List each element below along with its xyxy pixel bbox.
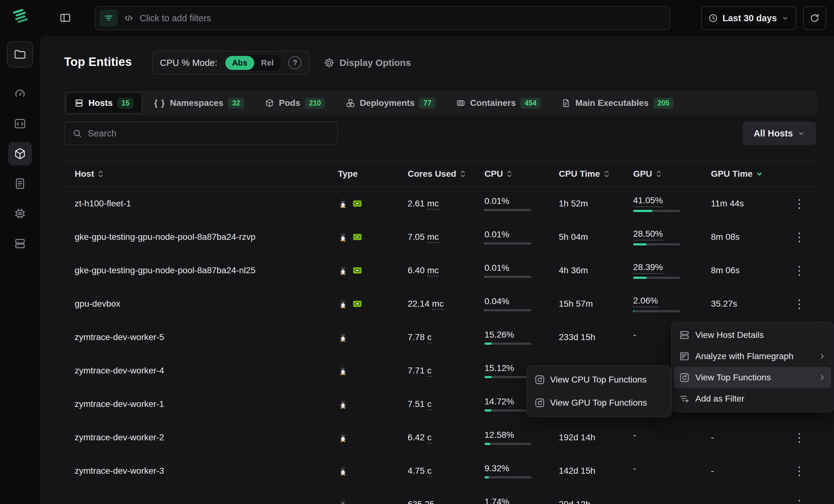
sort-icon bbox=[656, 170, 662, 178]
container-icon bbox=[456, 98, 465, 108]
linux-icon bbox=[338, 199, 348, 209]
tab-deployments[interactable]: Deployments 77 bbox=[337, 93, 444, 113]
tab-namespaces[interactable]: { } Namespaces 32 bbox=[146, 93, 253, 113]
tab-containers[interactable]: Containers 454 bbox=[447, 93, 549, 113]
row-actions-kebab[interactable]: ⋮ bbox=[792, 431, 806, 444]
host-name: zt-h100-fleet-1 bbox=[64, 199, 327, 209]
zymtrace-logo[interactable] bbox=[10, 6, 30, 26]
cpu-percent: 15.12% bbox=[484, 363, 514, 373]
cpu-cell: 0.04% bbox=[474, 297, 548, 311]
linux-icon bbox=[338, 232, 348, 242]
table-row[interactable]: 635.25 1.74% 20d 12h ⋮ bbox=[64, 488, 817, 504]
linux-icon bbox=[338, 299, 348, 309]
linux-icon bbox=[338, 332, 348, 342]
menu-item-add-as-filter[interactable]: Add as Filter bbox=[674, 388, 831, 409]
cores-unit[interactable]: c bbox=[427, 366, 432, 377]
cores-unit[interactable]: c bbox=[427, 466, 432, 477]
filter-icon[interactable] bbox=[100, 10, 118, 26]
column-header-host[interactable]: Host bbox=[64, 169, 327, 179]
cores-used-cell: 7.78c bbox=[397, 332, 474, 342]
column-header-cpu[interactable]: CPU bbox=[474, 169, 548, 179]
filter-bar[interactable] bbox=[95, 6, 670, 30]
cube-icon bbox=[14, 147, 26, 160]
cpu-cell: 9.32% bbox=[474, 463, 548, 478]
table-row[interactable]: gke-gpu-testing-gpu-node-pool-8a87ba24-r… bbox=[64, 220, 817, 254]
row-actions: ⋮ bbox=[780, 431, 817, 444]
sidebar-toggle-button[interactable] bbox=[59, 12, 71, 24]
entity-tabs: Hosts 15 { } Namespaces 32 Pods 210 Depl… bbox=[64, 91, 817, 115]
cores-unit[interactable]: c bbox=[427, 399, 432, 410]
tab-label: Namespaces bbox=[170, 98, 223, 108]
host-type-icons bbox=[327, 199, 397, 209]
cpu-percent: 15.26% bbox=[484, 330, 514, 340]
table-row[interactable]: gpu-devbox 22.14 bbox=[64, 287, 817, 321]
menu-item-view-host-details[interactable]: View Host Details bbox=[674, 325, 831, 346]
sidebar-item-reports[interactable] bbox=[8, 172, 32, 196]
cores-unit[interactable]: mc bbox=[427, 232, 439, 243]
gpu-percent: - bbox=[633, 430, 636, 440]
host-type-icons bbox=[327, 332, 397, 342]
row-actions: ⋮ bbox=[780, 464, 817, 478]
display-options-button[interactable]: Display Options bbox=[324, 51, 411, 74]
cpu-progress-bar bbox=[484, 276, 531, 278]
menu-item-analyze-with-flamegraph[interactable]: Analyze with Flamegraph bbox=[674, 346, 831, 367]
sidebar-item-storage[interactable] bbox=[8, 232, 32, 256]
row-actions-kebab[interactable]: ⋮ bbox=[792, 464, 806, 478]
tab-pods[interactable]: Pods 210 bbox=[257, 93, 334, 113]
host-type-icons bbox=[327, 433, 397, 442]
search-input[interactable] bbox=[88, 128, 330, 139]
cpu-mode-abs[interactable]: Abs bbox=[225, 56, 254, 70]
filter-input[interactable] bbox=[140, 13, 665, 23]
table-row[interactable]: gke-gpu-testing-gpu-node-pool-8a87ba24-n… bbox=[64, 254, 817, 287]
chevron-down-icon bbox=[781, 14, 789, 22]
cores-unit[interactable]: mc bbox=[427, 265, 439, 276]
column-header-cpu-time[interactable]: CPU Time bbox=[548, 169, 622, 179]
tab-label: Hosts bbox=[88, 98, 113, 108]
tab-label: Containers bbox=[470, 98, 516, 108]
cores-value: 7.78 bbox=[408, 332, 425, 342]
sidebar-item-top-entities[interactable] bbox=[8, 142, 32, 166]
cpu-cell: 0.01% bbox=[474, 263, 548, 278]
table-row[interactable]: zymtrace-dev-worker-3 bbox=[64, 454, 817, 488]
search-box[interactable] bbox=[64, 122, 338, 145]
chevron-right-icon bbox=[818, 373, 826, 381]
table-row[interactable]: zt-h100-fleet-1 bbox=[64, 187, 817, 220]
search-icon bbox=[72, 128, 82, 138]
sidebar-item-code-editor[interactable] bbox=[8, 112, 32, 135]
row-actions-kebab[interactable]: ⋮ bbox=[792, 197, 806, 211]
cores-unit[interactable]: mc bbox=[432, 299, 443, 310]
row-actions-kebab[interactable]: ⋮ bbox=[792, 297, 806, 311]
cpu-progress-bar bbox=[484, 443, 531, 445]
help-icon[interactable]: ? bbox=[288, 56, 302, 69]
column-header-gpu-time[interactable]: GPU Time bbox=[700, 169, 780, 179]
host-type-icons bbox=[327, 466, 397, 476]
time-range-selector[interactable]: Last 30 days bbox=[701, 6, 796, 30]
display-options-label: Display Options bbox=[339, 58, 411, 68]
host-scope-selector[interactable]: All Hosts bbox=[743, 122, 816, 145]
column-header-cores[interactable]: Cores Used bbox=[397, 169, 474, 179]
row-actions-kebab[interactable]: ⋮ bbox=[792, 230, 806, 244]
submenu-item-view-gpu-top-functions[interactable]: View GPU Top Functions bbox=[529, 391, 668, 414]
cpu-cell: 0.01% bbox=[474, 196, 548, 211]
row-actions-kebab[interactable]: ⋮ bbox=[792, 264, 806, 277]
column-header-type: Type bbox=[327, 169, 397, 179]
cpu-mode-rel[interactable]: Rel bbox=[254, 56, 281, 70]
row-actions-kebab[interactable]: ⋮ bbox=[792, 498, 806, 504]
submenu-item-view-cpu-top-functions[interactable]: View CPU Top Functions bbox=[529, 368, 668, 391]
sidebar-item-cpu[interactable] bbox=[8, 202, 32, 225]
cores-unit[interactable]: c bbox=[427, 433, 432, 443]
cores-unit[interactable]: mc bbox=[427, 199, 439, 210]
host-name: zymtrace-dev-worker-4 bbox=[64, 366, 327, 376]
row-actions: ⋮ bbox=[780, 264, 817, 277]
tab-hosts[interactable]: Hosts 15 bbox=[66, 93, 142, 113]
menu-item-view-top-functions[interactable]: View Top Functions bbox=[674, 367, 831, 388]
table-row[interactable]: zymtrace-dev-worker-2 bbox=[64, 421, 817, 454]
cpu-percent: 0.01% bbox=[484, 229, 509, 240]
sidebar-item-projects[interactable] bbox=[7, 41, 33, 67]
tab-main-executables[interactable]: Main Executables 205 bbox=[553, 93, 682, 113]
code-filter-icon[interactable] bbox=[124, 13, 134, 23]
sidebar-item-dashboard[interactable] bbox=[8, 82, 32, 106]
cores-unit[interactable]: c bbox=[427, 332, 432, 343]
column-header-gpu[interactable]: GPU bbox=[622, 169, 700, 179]
refresh-button[interactable] bbox=[803, 6, 826, 30]
